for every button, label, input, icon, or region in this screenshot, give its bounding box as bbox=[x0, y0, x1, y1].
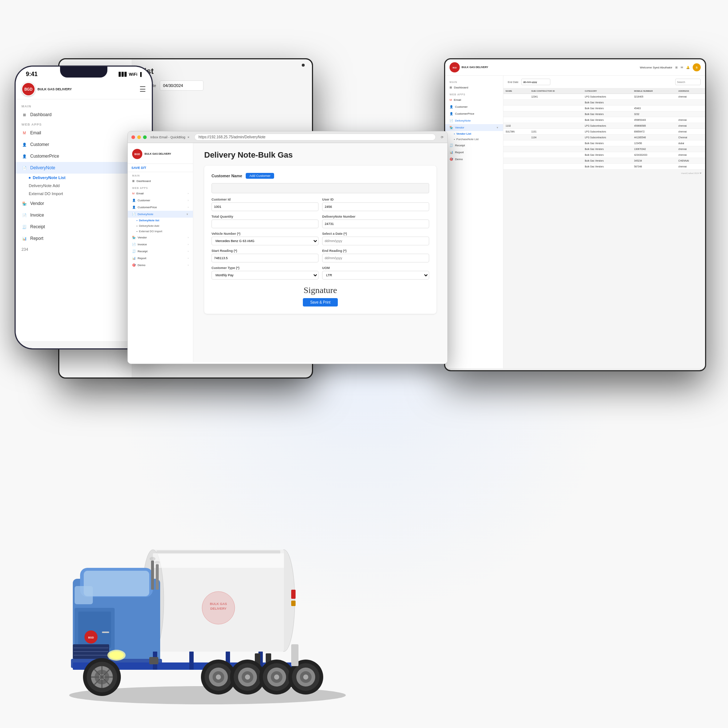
svg-rect-33 bbox=[189, 652, 194, 670]
table-row: Bulk Gas Vendors 123456 dubai bbox=[503, 141, 705, 146]
tr-demo[interactable]: 🎯 Demo bbox=[445, 156, 503, 163]
b-customerprice[interactable]: 👤CustomerPrice› bbox=[128, 204, 193, 211]
tr-main-filter: End Date bbox=[503, 76, 705, 89]
sub-dot: • bbox=[454, 132, 455, 135]
b-cp-icon: 👤 bbox=[132, 206, 136, 209]
svg-text:BULK GAS: BULK GAS bbox=[210, 602, 227, 606]
uom-select[interactable]: LTR bbox=[322, 271, 429, 280]
tr-dashboard[interactable]: ⊞ Dashboard bbox=[445, 84, 503, 91]
svg-point-24 bbox=[109, 651, 124, 659]
save-print-button[interactable]: Save & Print bbox=[303, 298, 338, 306]
vendor-chevron: ▼ bbox=[496, 126, 499, 129]
b-dashboard[interactable]: ⊞Dashboard bbox=[128, 177, 193, 185]
scene: BGD BULK GAS DELIVERY Welcome Syed Abuth… bbox=[0, 0, 728, 728]
phone-notch bbox=[60, 67, 107, 78]
add-customer-button[interactable]: Add Customer bbox=[246, 173, 274, 179]
tr-email[interactable]: M Email bbox=[445, 96, 503, 103]
svg-rect-71 bbox=[291, 644, 298, 666]
b-invoice[interactable]: 📄Invoice› bbox=[128, 241, 193, 248]
b-report[interactable]: 📊Report› bbox=[128, 255, 193, 262]
svg-point-62 bbox=[274, 674, 279, 680]
end-date-input-bg[interactable] bbox=[160, 80, 203, 91]
customer-name-input-field[interactable] bbox=[211, 183, 429, 193]
phone-dashboard[interactable]: ⊞ Dashboard bbox=[16, 109, 152, 121]
dn-number-input[interactable] bbox=[322, 219, 429, 228]
vehicle-label: Vehicle Number (*) bbox=[211, 232, 318, 236]
close-dot[interactable] bbox=[132, 135, 135, 139]
b-customer[interactable]: 👤Customer› bbox=[128, 197, 193, 204]
tr-vendor-list[interactable]: • Vendor List bbox=[445, 131, 503, 136]
table-row: Bulk Gas Vendors 45463 bbox=[503, 106, 705, 112]
start-reading-input[interactable] bbox=[211, 254, 318, 262]
total-qty-label: Total Quantity bbox=[211, 215, 318, 219]
sub-dot2: • bbox=[454, 138, 455, 141]
delivery-note-form: Customer Name Add Customer Customer Id U… bbox=[204, 166, 436, 314]
customer-id-label: Customer Id bbox=[211, 198, 318, 201]
b-receipt[interactable]: 🧾Receipt› bbox=[128, 248, 193, 255]
search-input[interactable] bbox=[675, 79, 701, 85]
tr-deliverynote[interactable]: 📄 DeliveyNote bbox=[445, 117, 503, 124]
col-category: CATEGORY bbox=[583, 89, 632, 94]
browser-sidebar: BGD BULK GAS DELIVERY SAVE D/T MAIN ⊞Das… bbox=[128, 143, 193, 362]
b-dn-add[interactable]: •DeliveyNote Add bbox=[128, 223, 193, 229]
tr-customerprice[interactable]: 👤 CustomerPrice bbox=[445, 110, 503, 117]
phone-invoice-icon: 📄 bbox=[21, 212, 27, 218]
customer-id-input[interactable] bbox=[211, 202, 318, 211]
b-email[interactable]: MEmail› bbox=[128, 190, 193, 197]
user-id-input[interactable] bbox=[322, 202, 429, 211]
minimize-dot[interactable] bbox=[137, 135, 141, 139]
tab-label1[interactable]: Inbox Email - QuickBlog bbox=[150, 135, 185, 139]
table-row: 1104 LPG Subcontractors 441365546 Chenna… bbox=[503, 135, 705, 141]
table-row: Bulk Gas Vendors 587348 chennai bbox=[503, 164, 705, 170]
tr-purchase-note-list[interactable]: • PurchaseNote List bbox=[445, 136, 503, 142]
b-demo[interactable]: 🎯Demo› bbox=[128, 262, 193, 269]
b-deliverynote[interactable]: 📄DeliveyNote▼ bbox=[128, 211, 193, 218]
vehicle-select[interactable]: Mercedes Benz G 63 AMG bbox=[211, 237, 318, 245]
browser-nav[interactable]: ⟳ bbox=[441, 135, 444, 139]
tr-report[interactable]: 📊 Report bbox=[445, 149, 503, 156]
dn-number-label: DeliveryNote Number bbox=[322, 215, 429, 219]
date-input[interactable] bbox=[322, 237, 429, 245]
list-title: List bbox=[139, 67, 305, 76]
svg-rect-70 bbox=[149, 657, 158, 664]
phone-header: BGD BULK GAS DELIVERY ☰ bbox=[16, 80, 152, 99]
email-icon: M bbox=[450, 98, 452, 102]
svg-text:DELIVERY: DELIVERY bbox=[210, 607, 227, 610]
save-button[interactable]: SAVE D/T bbox=[132, 166, 146, 170]
dashboard-icon: ⊞ bbox=[450, 86, 452, 89]
tr-logo-text: BULK GAS DELIVERY bbox=[462, 66, 488, 69]
phone-dashboard-icon: ⊞ bbox=[21, 112, 27, 118]
b-dn-list[interactable]: •DeliveyNote list bbox=[128, 218, 193, 223]
bell-icon: 🔔 bbox=[686, 66, 690, 69]
maximize-dot[interactable] bbox=[143, 135, 147, 139]
tr-header-right: Welcome Syed Abuthakir ⊞ ✉ 🔔 S bbox=[640, 63, 701, 71]
table-row: 12341 LPG Subcontractors 3216405 chennai bbox=[503, 94, 705, 100]
table-row: SULTAN 1101 LPG Subcontractors 89856472 … bbox=[503, 129, 705, 135]
svg-point-30 bbox=[155, 561, 160, 564]
customer-name-row: Customer Name Add Customer bbox=[211, 173, 429, 179]
customer-type-select[interactable]: Monthly Pay bbox=[211, 271, 318, 280]
svg-text:BGD: BGD bbox=[453, 67, 457, 69]
start-reading-label: Start Reading (*) bbox=[211, 249, 318, 252]
b-receipt-icon: 🧾 bbox=[132, 250, 136, 253]
signature-area: Signature Save & Print bbox=[211, 285, 429, 306]
col-sub-contractor: SUB CONTRACTOR ID bbox=[529, 89, 583, 94]
b-vendor[interactable]: 🏪Vendor› bbox=[128, 234, 193, 241]
b-ext-do[interactable]: •External DO Import bbox=[128, 229, 193, 234]
url-bar[interactable]: https://192.168.25.75/admin/DeliveryNote bbox=[194, 134, 436, 141]
end-reading-input[interactable] bbox=[322, 254, 429, 262]
browser-content: BGD BULK GAS DELIVERY SAVE D/T MAIN ⊞Das… bbox=[128, 143, 447, 362]
b-cust-icon: 👤 bbox=[132, 199, 136, 202]
phone-hamburger[interactable]: ☰ bbox=[139, 85, 146, 93]
tr-receipt[interactable]: 🧾 Receipt bbox=[445, 142, 503, 149]
tr-vendor[interactable]: 🏪 Vendor ▼ bbox=[445, 124, 503, 131]
svg-rect-28 bbox=[156, 564, 159, 590]
tablet-right: BGD BULK GAS DELIVERY Welcome Syed Abuth… bbox=[444, 58, 706, 371]
user-id-label: User ID bbox=[322, 198, 429, 201]
end-date-input[interactable] bbox=[521, 79, 551, 85]
b-vendor-icon: 🏪 bbox=[132, 236, 136, 239]
tr-avatar: S bbox=[693, 63, 701, 71]
tr-customer[interactable]: 👤 Customer bbox=[445, 103, 503, 110]
phone-webapps-label: WEB APPS bbox=[16, 121, 152, 127]
total-qty-input[interactable] bbox=[211, 219, 318, 228]
